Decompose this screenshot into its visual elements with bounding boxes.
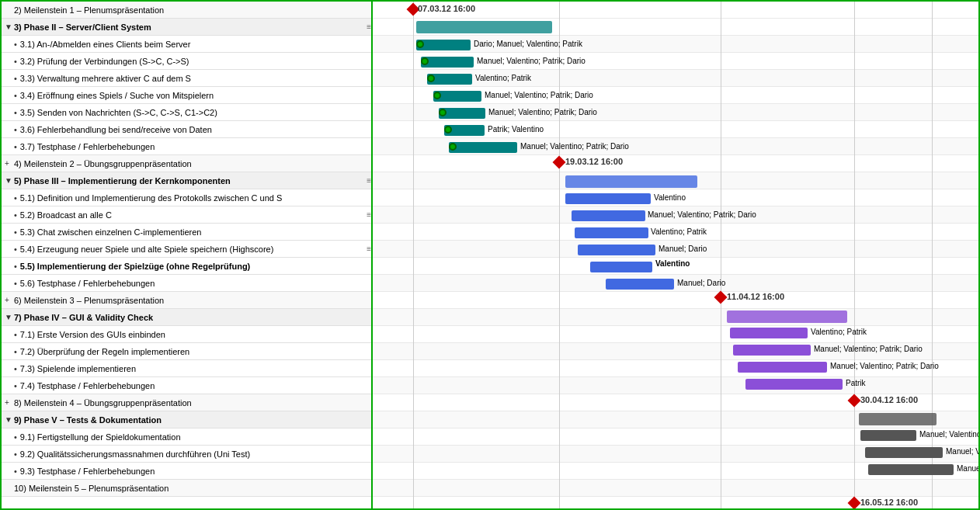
date-label-1: 07.03.12 16:00 [418,4,475,13]
bullet-icon: • [14,108,17,117]
bullet-icon: • [14,467,17,476]
task-bar-5-1 [565,193,651,204]
grid-line [559,2,560,508]
task-label: 8) Meilenstein 4 – Übungsgruppenpräsenta… [14,398,371,408]
task-label: 5.1) Definition und Implementierung des … [20,193,371,203]
gantt-row-bg [373,275,978,292]
task-row: • 7.1) Erste Version des GUIs einbinden [2,326,371,343]
circle-marker [421,57,429,65]
task-bar-5-3 [575,227,648,238]
task-row: • 3.4) Eröffnung eines Spiels / Suche vo… [2,87,371,104]
toggle-icon[interactable]: ▼ [5,23,14,31]
bullet-icon: • [14,57,17,66]
task-label: 3.2) Prüfung der Verbindungen (S->C, C->… [20,57,371,66]
toggle-icon[interactable]: ▼ [5,415,14,424]
task-row: + 6) Meilenstein 3 – Plenumspräsentation [2,292,371,309]
circle-marker [433,92,441,99]
toggle-icon[interactable]: ▼ [5,176,14,185]
task-bar-3-1 [416,40,471,50]
task-label: 3.5) Senden von Nachrichten (S->C, C->S,… [20,108,371,117]
task-bar-9-3 [868,464,954,475]
task-row: • 5.3) Chat zwischen einzelnen C-impleme… [2,224,371,241]
task-bar-5-2 [572,210,645,221]
task-row: • 7.3) Spielende implementieren [2,360,371,377]
task-row: ▼ 5) Phase III – Implementierung der Ker… [2,172,371,189]
bar-resource-label: Manuel; Valentino; Patrik; Dario [485,87,593,104]
bar-resource-label: Valentino; Patrik [475,70,531,87]
bullet-icon: • [14,125,17,134]
bar-resource-label: Manuel; Valentino; Patrik; Dario [946,443,978,460]
bullet-icon: • [14,432,17,442]
date-label-4: 30.04.12 16:00 [860,395,918,404]
task-row: ▼ 9) Phase V – Tests & Dokumentation [2,411,371,428]
circle-marker [449,143,457,151]
task-label: 7.1) Erste Version des GUIs einbinden [20,330,371,339]
bullet-icon: • [14,245,17,254]
task-label: 3.6) Fehlerbehandlung bei send/receive v… [20,125,371,134]
note-icon: ≡ [367,210,371,219]
task-row: • 3.3) Verwaltung mehrere aktiver C auf … [2,70,371,87]
circle-marker [439,109,447,116]
task-row: 2) Meilenstein 1 – Plenumspräsentation [2,2,371,19]
phase-bar-2 [416,21,552,33]
task-bar-3-7 [449,142,517,153]
toggle-icon[interactable]: ▼ [5,313,14,321]
bullet-icon: • [14,40,17,49]
toggle-icon[interactable]: + [5,296,14,304]
task-label: 5.4) Erzeugung neuer Spiele und alte Spi… [20,245,365,254]
circle-marker [416,40,424,48]
task-row: • 9.3) Testphase / Fehlerbehebungen [2,463,371,480]
bar-resource-label: Manuel; Valentino; Patrik; Dario [919,426,978,443]
bar-resource-label: Manuel; Dario [659,241,707,258]
task-list-panel: 2) Meilenstein 1 – Plenumspräsentation ▼… [2,2,373,508]
bullet-icon: • [14,449,17,459]
task-label: 5) Phase III – Implementierung der Kernk… [14,176,365,186]
task-row: • 3.7) Testphase / Fehlerbehebungen [2,138,371,155]
bullet-icon: • [14,279,17,288]
task-bar-5-5 [590,262,652,272]
task-bar-5-4 [578,245,655,255]
task-label: 3.4) Eröffnung eines Spiels / Suche von … [20,91,371,100]
date-label-5: 16.05.12 16:00 [860,498,918,507]
task-label: 5.6) Testphase / Fehlerbehebungen [20,279,371,288]
task-bar-9-2 [865,447,943,458]
bullet-icon: • [14,347,17,356]
note-icon: ≡ [367,23,371,31]
task-row: • 9.1) Fertigstellung der Spieldokumenta… [2,428,371,446]
task-bar-9-1 [860,430,916,441]
task-row: ▼ 3) Phase II – Server/Client System ≡ [2,19,371,36]
bar-name-label: Valentino [655,259,690,268]
task-label: 3.7) Testphase / Fehlerbehebungen [20,142,371,151]
task-row: • 5.4) Erzeugung neuer Spiele und alte S… [2,241,371,258]
grid-line [854,2,855,508]
task-row: • 3.5) Senden von Nachrichten (S->C, C->… [2,104,371,121]
task-row: ▼ 7) Phase IV – GUI & Validity Check [2,309,371,326]
bar-resource-label: Dario; Manuel; Valentino; Patrik [474,36,582,53]
task-row: • 3.1) An-/Abmelden eines Clients beim S… [2,36,371,53]
grid-line [721,2,721,508]
task-label: 5.3) Chat zwischen einzelnen C-implement… [20,227,371,237]
gantt-row-bg [373,155,978,172]
gantt-row-bg [373,377,978,394]
bar-resource-label: Manuel; Valentino; Patrik; Dario [957,460,978,477]
task-bar-7-1 [730,328,808,338]
task-row: • 7.2) Überprüfung der Regeln implementi… [2,343,371,360]
phase-bar-5 [859,413,937,425]
main-container: 2) Meilenstein 1 – Plenumspräsentation ▼… [0,0,980,510]
task-label: 6) Meilenstein 3 – Plenumspräsentation [14,296,371,305]
note-icon: ≡ [367,176,371,185]
task-bar-3-2 [421,57,474,68]
task-label: 10) Meilenstein 5 – Plenumspräsentation [14,484,371,493]
date-label-2: 19.03.12 16:00 [565,157,623,166]
toggle-icon[interactable]: + [5,398,14,407]
task-row: + 8) Meilenstein 4 – Übungsgruppenpräsen… [2,394,371,411]
task-label: 5.5) Implementierung der Spielzüge (ohne… [20,262,371,271]
task-row: + 4) Meilenstein 2 – Übungsgruppenpräsen… [2,155,371,172]
task-row: • 5.6) Testphase / Fehlerbehebungen [2,275,371,292]
bullet-icon: • [14,91,17,100]
task-label: 2) Meilenstein 1 – Plenumspräsentation [14,5,371,15]
date-label-3: 11.04.12 16:00 [727,292,784,301]
toggle-icon[interactable]: + [5,159,14,168]
bar-resource-label: Manuel; Valentino; Patrik; Dario [520,138,629,155]
task-label: 9.1) Fertigstellung der Spieldokumentati… [20,432,371,442]
